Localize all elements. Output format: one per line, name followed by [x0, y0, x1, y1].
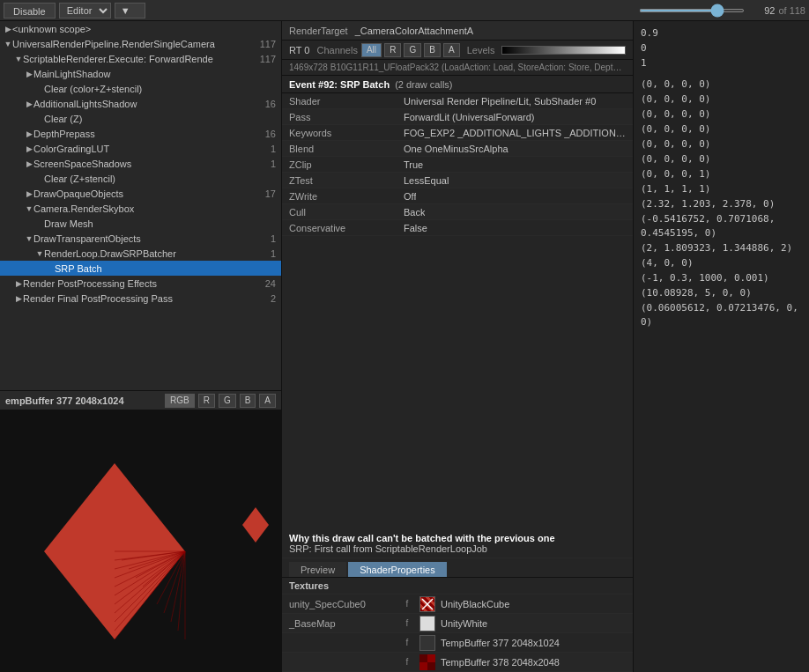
- prop-row: CullBack: [282, 204, 633, 220]
- prop-value: True: [404, 159, 423, 170]
- prop-row: ConservativeFalse: [282, 220, 633, 236]
- prop-value: LessEqual: [404, 175, 449, 186]
- tree-item[interactable]: ▼Camera.RenderSkybox: [0, 201, 281, 216]
- tree-item-label: RenderLoop.DrawSRPBatcher: [44, 248, 258, 259]
- tree-item[interactable]: ▼DrawTransparentObjects1: [0, 231, 281, 246]
- editor-select[interactable]: Editor: [59, 3, 111, 18]
- tree-arrow-icon: ▼: [35, 249, 44, 258]
- texture-type: f: [400, 618, 414, 628]
- levels-bar: [501, 46, 626, 55]
- channel-btn-g[interactable]: G: [219, 394, 236, 408]
- channels-label: Channels: [316, 45, 357, 55]
- tree-item-count: 1: [258, 233, 276, 244]
- tree-item[interactable]: ▶AdditionalLightsShadow16: [0, 96, 281, 111]
- tree-area[interactable]: ▶<unknown scope>▼UniversalRenderPipeline…: [0, 21, 281, 390]
- texture-name: unity_SpecCube0: [289, 599, 395, 609]
- tree-item[interactable]: ▶Render PostProcessing Effects24: [0, 276, 281, 291]
- tree-item-label: ColorGradingLUT: [33, 144, 258, 154]
- tree-item[interactable]: ▶DrawOpaqueObjects17: [0, 186, 281, 201]
- tree-item-count: 117: [258, 54, 276, 64]
- tree-item[interactable]: Clear (Z): [0, 111, 281, 126]
- rv-item: (0, 0, 0, 0): [641, 122, 802, 137]
- tree-item-label: Render PostProcessing Effects: [23, 278, 258, 289]
- channel-btn-b[interactable]: B: [240, 394, 256, 408]
- prop-row: ZWriteOff: [282, 188, 633, 204]
- rv-item: (0, 0, 0, 0): [641, 107, 802, 122]
- texture-row: unity_SpecCube0fUnityBlackCube: [282, 594, 633, 614]
- tree-item[interactable]: ▶DepthPrepass16: [0, 126, 281, 141]
- channel-btn-r[interactable]: R: [198, 394, 215, 408]
- tree-item[interactable]: ▶MainLightShadow: [0, 66, 281, 81]
- frame-of-label: of 118: [778, 5, 805, 16]
- channel-btn-rgb[interactable]: RGB: [165, 394, 195, 408]
- tree-item[interactable]: ▶ScreenSpaceShadows1: [0, 156, 281, 171]
- tab-shaderproperties[interactable]: ShaderProperties: [348, 562, 447, 577]
- channel-btn-a[interactable]: A: [259, 394, 276, 408]
- tree-item[interactable]: ▶Render Final PostProcessing Pass2: [0, 291, 281, 306]
- rt-channel-btn-all[interactable]: All: [361, 43, 382, 57]
- preview-canvas: [0, 410, 281, 672]
- tree-item[interactable]: ▶ColorGradingLUT1: [0, 141, 281, 156]
- tree-item[interactable]: Clear (Z+stencil): [0, 171, 281, 186]
- texture-row: fTempBuffer 377 2048x1024: [282, 633, 633, 653]
- prop-row: KeywordsFOG_EXP2 _ADDITIONAL_LIGHTS _ADD…: [282, 125, 633, 141]
- event-row: Event #92: SRP Batch (2 draw calls): [282, 76, 633, 93]
- prop-value: Universal Render Pipeline/Lit, SubShader…: [404, 96, 596, 107]
- tree-item[interactable]: Draw Mesh: [0, 216, 281, 231]
- tree-item-label: DepthPrepass: [33, 129, 258, 139]
- prop-key: Pass: [289, 112, 404, 122]
- prop-row: ShaderUniversal Render Pipeline/Lit, Sub…: [282, 93, 633, 109]
- tree-item-label: ScriptableRenderer.Execute: ForwardRende: [23, 54, 258, 64]
- texture-preview-icon: [419, 596, 435, 612]
- batch-warning-title: Why this draw call can't be batched with…: [289, 533, 626, 543]
- textures-list: unity_SpecCube0fUnityBlackCube_BaseMapfU…: [282, 594, 633, 672]
- right-panel: RenderTarget _CameraColorAttachmentA RT …: [282, 21, 633, 672]
- texture-type: f: [400, 657, 414, 667]
- tree-item[interactable]: ▶<unknown scope>: [0, 21, 281, 36]
- prop-value: Back: [404, 207, 425, 218]
- preview-canvas-element: [0, 410, 281, 672]
- tabs-row: PreviewShaderProperties: [282, 558, 633, 578]
- tree-item-count: 16: [258, 129, 276, 139]
- tree-item[interactable]: ▼ScriptableRenderer.Execute: ForwardRend…: [0, 51, 281, 66]
- prop-value: Off: [404, 191, 416, 202]
- left-panel: ▶<unknown scope>▼UniversalRenderPipeline…: [0, 21, 282, 672]
- disable-button[interactable]: Disable: [4, 3, 56, 18]
- tree-item-label: DrawTransparentObjects: [33, 233, 258, 244]
- tree-item-count: 2: [258, 293, 276, 304]
- texture-preview-icon: [419, 635, 435, 651]
- rv-item: (0, 0, 0, 0): [641, 92, 802, 107]
- levels-label: Levels: [467, 45, 495, 55]
- rv-item: (4, 0, 0): [641, 256, 802, 270]
- tab-preview[interactable]: Preview: [289, 562, 346, 577]
- tree-arrow-icon: ▼: [25, 204, 33, 213]
- rt-channel-btn-b[interactable]: B: [424, 43, 441, 57]
- tree-arrow-icon: ▶: [25, 189, 33, 198]
- tree-item-label: AdditionalLightsShadow: [33, 99, 258, 109]
- rt-channels-row: RT 0 Channels All R G B A Levels: [282, 41, 633, 60]
- texture-row: _BaseMapfUnityWhite: [282, 614, 633, 633]
- texture-row: fTempBuffer 378 2048x2048: [282, 653, 633, 672]
- tree-item[interactable]: ▼UniversalRenderPipeline.RenderSingleCam…: [0, 36, 281, 51]
- tree-arrow-icon: ▶: [4, 25, 12, 33]
- tree-item-label: <unknown scope>: [12, 24, 258, 34]
- tree-item[interactable]: ▼RenderLoop.DrawSRPBatcher1: [0, 246, 281, 261]
- texture-preview-icon: [419, 654, 435, 670]
- frame-slider[interactable]: [639, 9, 745, 12]
- rt-channel-btn-g[interactable]: G: [404, 43, 421, 57]
- tree-arrow-icon: ▼: [4, 40, 12, 48]
- rt-channel-btn-a[interactable]: A: [443, 43, 460, 57]
- tree-item[interactable]: Clear (color+Z+stencil): [0, 81, 281, 96]
- tree-item-label: SRP Batch: [55, 263, 258, 274]
- rt-channel-btn-r[interactable]: R: [384, 43, 401, 57]
- tree-arrow-icon: ▼: [14, 55, 23, 63]
- prop-value: ForwardLit (UniversalForward): [404, 112, 535, 122]
- channel-buttons: RGBRGBA: [165, 394, 276, 408]
- tree-item[interactable]: SRP Batch: [0, 261, 281, 276]
- render-target-value: _CameraColorAttachmentA: [355, 26, 474, 36]
- tree-item-label: Camera.RenderSkybox: [33, 203, 258, 214]
- prop-key: Shader: [289, 96, 404, 107]
- main-layout: ▶<unknown scope>▼UniversalRenderPipeline…: [0, 21, 809, 672]
- tree-item-label: ScreenSpaceShadows: [33, 159, 258, 169]
- tree-arrow-icon: ▼: [25, 234, 33, 243]
